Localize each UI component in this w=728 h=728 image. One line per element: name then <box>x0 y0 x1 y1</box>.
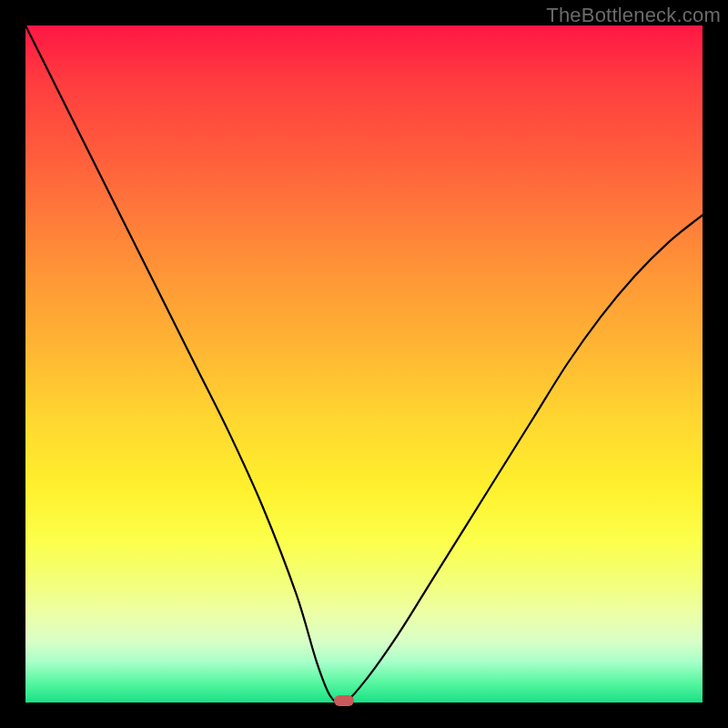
chart-frame: TheBottleneck.com <box>0 0 728 728</box>
minimum-marker <box>334 695 354 706</box>
bottleneck-curve <box>25 25 703 703</box>
plot-area <box>25 25 703 703</box>
watermark-text: TheBottleneck.com <box>546 4 721 27</box>
